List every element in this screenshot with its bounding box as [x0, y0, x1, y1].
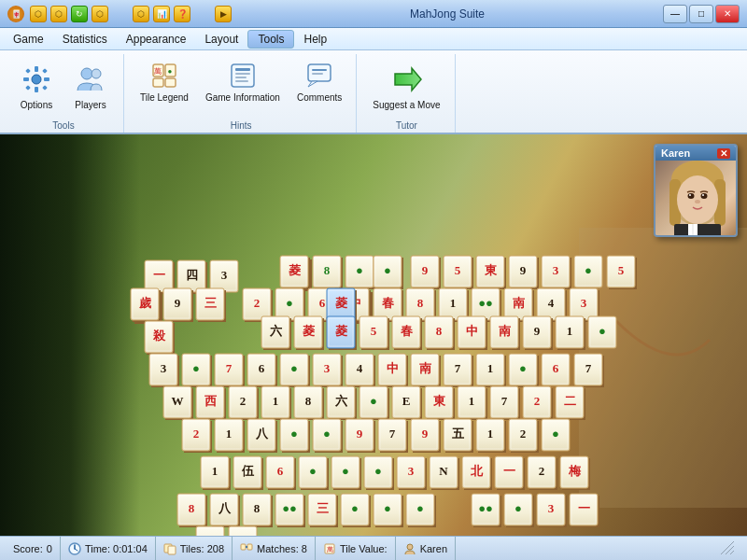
time-value: Time: 0:01:04: [85, 543, 148, 554]
menu-appearance[interactable]: Appearance: [117, 31, 196, 48]
svg-text:●: ●: [168, 67, 173, 76]
tile-value-icon: 萬: [323, 542, 336, 555]
tile-legend-button[interactable]: 萬 ● Tile Legend: [134, 56, 195, 108]
sys-icon-2[interactable]: ⬡: [50, 6, 67, 22]
svg-point-35: [688, 193, 695, 199]
status-time: Time: 0:01:04: [61, 537, 156, 560]
ribbon-group-tutor: Suggest a Move Tutor: [359, 54, 455, 133]
tiles-value: Tiles: 208: [180, 543, 224, 554]
tile-legend-label: Tile Legend: [140, 92, 189, 104]
sys-icon-4[interactable]: ⬡: [92, 6, 108, 22]
svg-point-39: [695, 200, 700, 203]
svg-marker-26: [395, 68, 421, 91]
svg-rect-3: [23, 77, 29, 81]
suggest-button[interactable]: Suggest a Move: [366, 56, 446, 116]
comments-label: Comments: [297, 92, 342, 104]
players-icon: [72, 61, 109, 98]
sys-icon-7[interactable]: ❓: [174, 6, 190, 22]
svg-point-53: [407, 544, 413, 550]
players-button[interactable]: Players: [65, 56, 116, 116]
score-value: 0: [47, 543, 52, 554]
tools-group-label: Tools: [52, 119, 74, 133]
sys-icon-5[interactable]: ⬡: [133, 6, 149, 22]
tile-area: Karen ✕: [0, 134, 747, 536]
tiles-icon: [163, 542, 176, 555]
svg-rect-7: [25, 85, 31, 91]
player-panel: Karen ✕: [654, 144, 738, 237]
matches-icon: [240, 542, 253, 555]
svg-rect-48: [241, 544, 246, 550]
player-panel-close[interactable]: ✕: [717, 148, 730, 159]
svg-rect-20: [235, 77, 247, 78]
system-icons: ⬡ ⬡ ↻ ⬡ ⬡ 📊 ❓ ▶: [30, 6, 232, 22]
svg-rect-21: [235, 80, 248, 82]
options-button[interactable]: Options: [11, 56, 62, 116]
menubar: Game Statistics Appearance Layout Tools …: [0, 28, 747, 50]
status-matches: Matches: 8: [233, 537, 316, 560]
svg-rect-6: [42, 68, 48, 74]
menu-game[interactable]: Game: [4, 31, 53, 48]
game-info-button[interactable]: Game Information: [199, 56, 287, 108]
player-avatar-svg: [655, 161, 738, 235]
svg-rect-8: [42, 85, 48, 91]
game-info-label: Game Information: [205, 92, 280, 104]
svg-text:萬: 萬: [154, 67, 162, 76]
options-icon: [18, 61, 55, 98]
svg-rect-17: [232, 64, 254, 87]
svg-marker-23: [308, 81, 317, 87]
titlebar-left: 🀄 ⬡ ⬡ ↻ ⬡ ⬡ 📊 ❓ ▶: [7, 6, 232, 22]
game-info-icon: [228, 61, 258, 91]
status-resize: [713, 537, 741, 560]
tutor-group-label: Tutor: [396, 119, 417, 133]
ribbon: Options Players Tools: [0, 50, 747, 134]
window-controls: — □ ✕: [663, 5, 740, 23]
game-area: Karen ✕: [0, 134, 747, 536]
comments-button[interactable]: Comments: [290, 56, 348, 108]
svg-rect-49: [247, 544, 252, 550]
game-background: Karen ✕: [0, 134, 747, 536]
suggest-label: Suggest a Move: [373, 100, 440, 111]
statusbar: Score: 0 Time: 0:01:04 Tiles: 208 Matche…: [0, 536, 747, 560]
minimize-button[interactable]: —: [663, 5, 687, 23]
time-icon: [68, 542, 81, 555]
svg-point-36: [701, 193, 708, 199]
svg-rect-25: [312, 73, 323, 75]
sys-icon-1[interactable]: ⬡: [30, 6, 47, 22]
player-name: Karen: [661, 147, 690, 159]
game-canvas[interactable]: [0, 134, 747, 536]
tile-value-label: Tile Value:: [340, 543, 388, 554]
menu-layout[interactable]: Layout: [195, 31, 247, 48]
close-button[interactable]: ✕: [715, 5, 740, 23]
svg-point-10: [92, 69, 101, 78]
svg-rect-13: [153, 78, 163, 87]
player-status-icon: [403, 542, 416, 555]
ribbon-tutor-buttons: Suggest a Move: [366, 56, 446, 119]
maximize-button[interactable]: □: [689, 5, 713, 23]
window-title: MahJong Suite: [410, 7, 485, 21]
comments-icon: [304, 61, 334, 91]
svg-rect-5: [25, 68, 31, 74]
svg-rect-2: [35, 87, 38, 92]
svg-point-0: [32, 75, 41, 84]
ribbon-tools-buttons: Options Players: [11, 56, 116, 119]
options-label: Options: [21, 100, 52, 111]
svg-point-37: [689, 194, 691, 196]
sys-icon-3[interactable]: ↻: [71, 6, 88, 22]
hints-group-label: Hints: [231, 119, 252, 133]
svg-rect-19: [235, 73, 250, 75]
toolbar-sep: [112, 6, 129, 22]
menu-statistics[interactable]: Statistics: [53, 31, 117, 48]
tile-legend-icon: 萬 ●: [149, 61, 179, 91]
app-icon: 🀄: [7, 6, 24, 22]
sys-icon-6[interactable]: 📊: [153, 6, 170, 22]
menu-help[interactable]: Help: [294, 31, 336, 48]
menu-tools[interactable]: Tools: [247, 30, 294, 49]
sys-icon-8[interactable]: ▶: [215, 6, 232, 22]
svg-rect-18: [235, 68, 250, 71]
svg-rect-47: [168, 546, 176, 554]
ribbon-group-tools: Options Players Tools: [4, 54, 124, 133]
svg-rect-24: [312, 69, 327, 71]
svg-point-9: [81, 68, 92, 79]
svg-line-55: [726, 546, 734, 554]
titlebar: 🀄 ⬡ ⬡ ↻ ⬡ ⬡ 📊 ❓ ▶ MahJong Suite — □ ✕: [0, 0, 747, 28]
